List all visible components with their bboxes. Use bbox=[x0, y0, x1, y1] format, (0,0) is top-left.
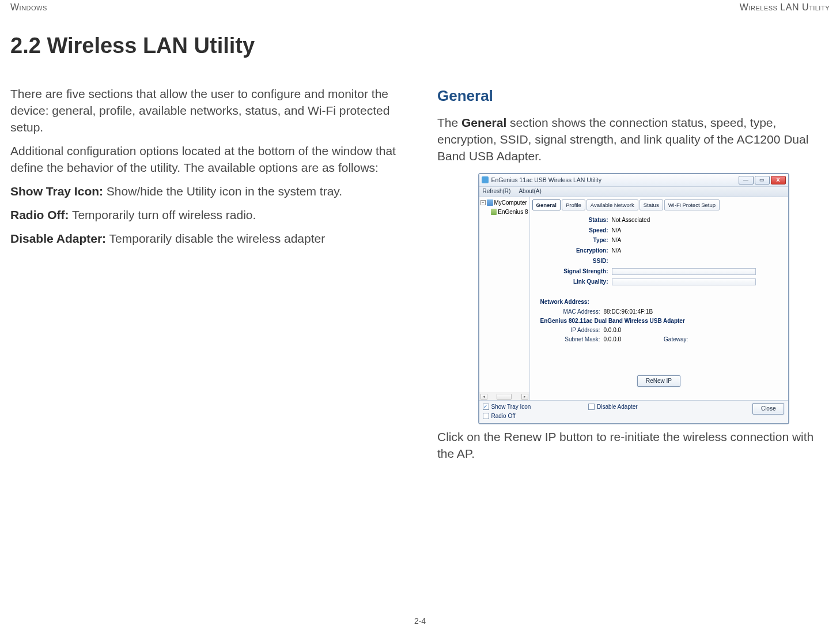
mac-label: MAC Address: bbox=[540, 308, 604, 316]
radio-off-checkbox[interactable] bbox=[483, 413, 489, 419]
renew-ip-button[interactable]: ReNew IP bbox=[637, 375, 680, 387]
mac-value: 88:DC:96:01:4F:1B bbox=[604, 308, 661, 316]
tab-available-network[interactable]: Available Network bbox=[587, 199, 638, 210]
window-title: EnGenius 11ac USB Wireless LAN Utility bbox=[491, 176, 739, 184]
link-quality-bar bbox=[612, 278, 756, 285]
show-tray-label: Show Tray Icon bbox=[491, 403, 531, 411]
menu-about[interactable]: About(A) bbox=[519, 187, 541, 195]
option-show-tray: Show Tray Icon: Show/hide the Utility ic… bbox=[10, 183, 403, 200]
maximize-button[interactable]: ▭ bbox=[755, 176, 770, 184]
option-show-tray-label: Show Tray Icon: bbox=[10, 184, 103, 198]
ip-value: 0.0.0.0 bbox=[604, 326, 630, 334]
general-heading: General bbox=[437, 86, 830, 107]
bottom-option-bar: ✓ Show Tray Icon Radio Off Disable Adapt… bbox=[479, 400, 788, 424]
app-window: EnGenius 11ac USB Wireless LAN Utility —… bbox=[478, 173, 789, 425]
menu-bar: Refresh(R) About(A) bbox=[479, 187, 788, 197]
tab-profile[interactable]: Profile bbox=[562, 199, 585, 210]
status-value-speed: N/A bbox=[612, 227, 622, 235]
scroll-left-icon[interactable]: ◂ bbox=[480, 394, 487, 400]
gateway-label: Gateway: bbox=[664, 336, 688, 344]
tab-status[interactable]: Status bbox=[640, 199, 663, 210]
intro-paragraph: There are five sections that allow the u… bbox=[10, 86, 403, 136]
network-address-heading: Network Address: bbox=[540, 298, 780, 306]
option-radio-off-text: Temporarily turn off wireless radio. bbox=[69, 208, 256, 221]
subnet-label: Subnet Mask: bbox=[540, 336, 604, 344]
computer-icon bbox=[487, 199, 493, 206]
tree-root-label[interactable]: MyComputer bbox=[494, 199, 527, 207]
option-radio-off-label: Radio Off: bbox=[10, 208, 69, 221]
renew-ip-caption: Click on the Renew IP button to re-initi… bbox=[437, 429, 830, 462]
radio-off-label: Radio Off bbox=[491, 412, 516, 420]
tab-general[interactable]: General bbox=[532, 199, 561, 210]
option-disable-adapter-text: Temporarily disable the wireless adapter bbox=[106, 232, 325, 245]
app-icon bbox=[482, 176, 489, 183]
right-column: General The General section shows the co… bbox=[437, 86, 830, 469]
general-description: The General section shows the connection… bbox=[437, 115, 830, 165]
device-tree: − MyComputer EnGenius 8 ◂ ▸ bbox=[479, 197, 530, 400]
header-left: Windows bbox=[10, 2, 47, 13]
content-pane: General Profile Available Network Status… bbox=[530, 197, 788, 400]
tab-wifi-protect-setup[interactable]: Wi-Fi Protect Setup bbox=[664, 199, 720, 210]
adapter-name: EnGenius 802.11ac Dual Band Wireless USB… bbox=[540, 317, 780, 325]
status-value-encryption: N/A bbox=[612, 247, 622, 255]
status-label-signal: Signal Strength: bbox=[555, 268, 612, 276]
status-value-type: N/A bbox=[612, 236, 622, 244]
page-title: 2.2 Wireless LAN Utility bbox=[10, 33, 830, 58]
status-grid: Status:Not Associated Speed:N/A Type:N/A… bbox=[555, 216, 780, 288]
status-label-ssid: SSID: bbox=[555, 257, 612, 265]
close-button[interactable]: Close bbox=[752, 403, 785, 415]
left-column: There are five sections that allow the u… bbox=[10, 86, 403, 469]
disable-adapter-checkbox[interactable] bbox=[588, 404, 595, 410]
option-radio-off: Radio Off: Temporarily turn off wireless… bbox=[10, 207, 403, 224]
general-desc-pre: The bbox=[437, 116, 461, 129]
running-header: Windows Wireless LAN Utility bbox=[10, 0, 830, 13]
subnet-value: 0.0.0.0 bbox=[604, 336, 630, 344]
status-label-encryption: Encryption: bbox=[555, 247, 612, 255]
page-number: 2-4 bbox=[0, 616, 840, 626]
tree-child-label[interactable]: EnGenius 8 bbox=[498, 208, 528, 216]
scroll-thumb[interactable] bbox=[497, 394, 512, 400]
scroll-right-icon[interactable]: ▸ bbox=[521, 394, 528, 400]
window-close-button[interactable]: X bbox=[771, 176, 786, 184]
status-value-status: Not Associated bbox=[612, 216, 650, 224]
general-desc-bold: General bbox=[461, 116, 506, 129]
option-show-tray-text: Show/hide the Utility icon in the system… bbox=[103, 184, 342, 198]
network-address-block: Network Address: MAC Address: 88:DC:96:0… bbox=[540, 298, 780, 344]
title-bar: EnGenius 11ac USB Wireless LAN Utility —… bbox=[479, 174, 788, 187]
status-label-speed: Speed: bbox=[555, 227, 612, 235]
additional-paragraph: Additional configuration options located… bbox=[10, 143, 403, 176]
tree-horizontal-scrollbar[interactable]: ◂ ▸ bbox=[479, 393, 529, 400]
status-label-type: Type: bbox=[555, 236, 612, 244]
tree-collapse-icon[interactable]: − bbox=[480, 200, 486, 205]
option-disable-adapter-label: Disable Adapter: bbox=[10, 232, 106, 245]
minimize-button[interactable]: — bbox=[739, 176, 754, 184]
status-label-status: Status: bbox=[555, 216, 612, 224]
show-tray-checkbox[interactable]: ✓ bbox=[483, 404, 489, 410]
option-disable-adapter: Disable Adapter: Temporarily disable the… bbox=[10, 231, 403, 247]
disable-adapter-label: Disable Adapter bbox=[597, 403, 638, 411]
status-label-link: Link Quality: bbox=[555, 278, 612, 286]
ip-label: IP Address: bbox=[540, 326, 604, 334]
tab-row: General Profile Available Network Status… bbox=[532, 199, 786, 210]
header-right: Wireless LAN Utility bbox=[740, 2, 830, 13]
menu-refresh[interactable]: Refresh(R) bbox=[483, 187, 511, 195]
signal-strength-bar bbox=[612, 268, 756, 275]
adapter-icon bbox=[491, 209, 497, 215]
